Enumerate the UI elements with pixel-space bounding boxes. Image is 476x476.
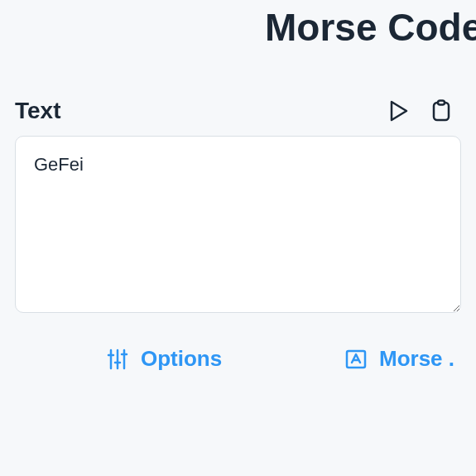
play-icon bbox=[388, 99, 410, 123]
morse-icon bbox=[344, 348, 368, 371]
text-input[interactable]: GeFei bbox=[15, 136, 461, 313]
play-button[interactable] bbox=[387, 98, 411, 124]
options-label: Options bbox=[141, 346, 222, 372]
clipboard-icon bbox=[431, 99, 451, 123]
morse-button[interactable]: Morse . bbox=[344, 346, 454, 372]
svg-rect-1 bbox=[438, 101, 445, 105]
copy-button[interactable] bbox=[430, 98, 453, 124]
sliders-icon bbox=[106, 348, 129, 371]
morse-label: Morse . bbox=[379, 346, 454, 372]
text-input-label: Text bbox=[15, 98, 61, 124]
page-title: Morse Code bbox=[0, 0, 476, 50]
options-button[interactable]: Options bbox=[106, 346, 222, 372]
